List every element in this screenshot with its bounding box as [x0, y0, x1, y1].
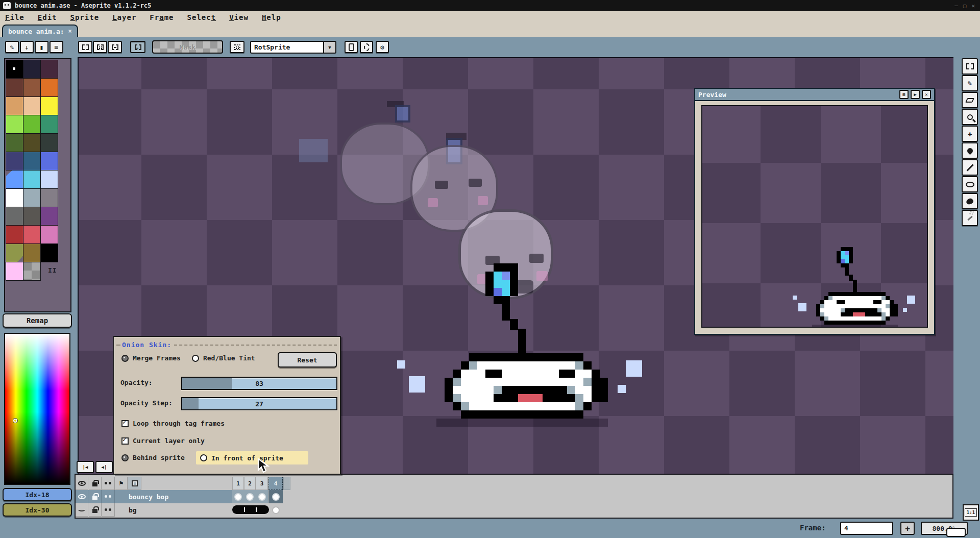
settings-option-button[interactable]: ⚙	[376, 41, 389, 53]
color-spectrum-picker[interactable]	[4, 333, 70, 485]
palette-swatch[interactable]	[23, 244, 40, 262]
palette-swatch[interactable]	[23, 97, 40, 115]
current-layer-only-checkbox[interactable]: ✓	[121, 437, 129, 445]
preview-play-icon[interactable]: ▶	[911, 90, 920, 99]
spray-tool[interactable]	[962, 210, 978, 226]
layer-name-bg[interactable]: bg	[129, 503, 137, 517]
tags-header-button[interactable]: ⚑	[115, 477, 128, 490]
palette-swatch[interactable]	[6, 79, 23, 96]
menu-layer[interactable]: Layer	[112, 13, 136, 21]
layer-row-bg[interactable]: bg	[76, 503, 952, 517]
palette-swatch[interactable]	[23, 134, 40, 152]
opacity-step-slider[interactable]: 27	[181, 397, 337, 410]
merge-frames-radio[interactable]	[121, 355, 129, 362]
paint-bucket-tool[interactable]	[962, 142, 978, 159]
toggle-continuous-column[interactable]	[102, 477, 115, 490]
selection-add-button[interactable]	[93, 41, 107, 53]
palette-resize-mark[interactable]: II	[48, 266, 57, 274]
tab-bounce-anim[interactable]: bounce anim.a: ×	[2, 25, 78, 37]
palette-swatch[interactable]	[23, 207, 40, 225]
preview-center-icon[interactable]: ⊞	[899, 90, 909, 99]
zoom-1-1-button[interactable]: 1:1	[963, 504, 979, 521]
red-blue-tint-radio[interactable]	[192, 355, 199, 362]
rect-option-button[interactable]	[345, 41, 358, 53]
line-tool[interactable]	[962, 159, 978, 176]
palette-swatch[interactable]	[6, 189, 23, 207]
contour-tool[interactable]	[962, 193, 978, 209]
palette-swatch[interactable]	[6, 262, 23, 280]
bouncy-bop-lock-toggle[interactable]	[89, 490, 102, 503]
prev-frame-button[interactable]: ◀|	[95, 461, 113, 473]
pencil-tool[interactable]: ✎	[962, 75, 978, 91]
palette-swatch[interactable]	[6, 115, 23, 133]
behind-sprite-radio[interactable]	[121, 454, 129, 461]
frame-header-4-selected[interactable]: 4	[268, 477, 283, 490]
cel-bouncy-bop-1[interactable]	[232, 490, 244, 503]
palette-swatch[interactable]	[41, 189, 58, 207]
preview-title-bar[interactable]: Preview ⊞ ▶ ✕	[694, 88, 935, 101]
onion-skin-dialog[interactable]: Onion Skin: Merge Frames Red/Blue Tint R…	[113, 336, 341, 475]
palette-swatch[interactable]	[23, 226, 40, 243]
grid-button[interactable]	[230, 41, 244, 53]
rotation-algorithm-dropdown[interactable]: RotSprite ▼	[250, 41, 336, 54]
drop-button[interactable]: ↓	[20, 41, 34, 53]
reset-button[interactable]: Reset	[278, 352, 337, 368]
menu-sprite[interactable]: Sprite	[70, 13, 100, 21]
timeline-scroll-box[interactable]	[946, 528, 966, 537]
background-index-button[interactable]: Idx-30	[3, 503, 72, 517]
palette-swatch[interactable]	[23, 115, 40, 133]
palette-swatch[interactable]	[23, 60, 40, 78]
remap-button[interactable]: Remap	[3, 313, 72, 328]
go-first-frame-button[interactable]: |◀	[77, 461, 94, 473]
layer-row-bouncy-bop[interactable]: bouncy bop	[76, 490, 952, 503]
cel-bouncy-bop-3[interactable]	[256, 490, 268, 503]
layers-header-button[interactable]	[128, 477, 141, 490]
bouncy-bop-visibility-toggle[interactable]	[76, 490, 88, 503]
palette-swatch[interactable]	[6, 134, 23, 152]
palette-swatch[interactable]	[6, 97, 23, 115]
preview-close-icon[interactable]: ✕	[922, 90, 931, 99]
palette-swatch[interactable]	[23, 189, 40, 207]
palette-swatch[interactable]	[41, 60, 58, 78]
opacity-slider[interactable]: 83	[181, 377, 337, 390]
in-front-of-sprite-radio[interactable]	[200, 454, 207, 461]
palette-swatch[interactable]	[6, 226, 23, 243]
palette-swatch[interactable]	[23, 170, 40, 188]
move-tool[interactable]: ✚	[962, 126, 978, 142]
ellipse-option-button[interactable]	[360, 41, 373, 53]
palette-swatch[interactable]	[41, 134, 58, 152]
tab-close-icon[interactable]: ×	[68, 28, 72, 35]
palette-swatch[interactable]	[41, 244, 58, 262]
zoom-tool[interactable]	[962, 109, 978, 125]
toggle-lock-column[interactable]	[89, 477, 102, 490]
bg-visibility-toggle[interactable]	[76, 503, 88, 517]
preview-window[interactable]: Preview ⊞ ▶ ✕	[694, 88, 935, 335]
bouncy-bop-continuous-toggle[interactable]	[102, 490, 115, 503]
menu-edit[interactable]: Edit	[38, 13, 57, 21]
frame-header-next-partial[interactable]	[283, 477, 290, 490]
menu-help[interactable]: Help	[262, 13, 281, 21]
selection-subtract-button[interactable]	[108, 41, 122, 53]
cel-bouncy-bop-4-selected[interactable]	[268, 490, 283, 503]
frame-header-1[interactable]: 1	[232, 477, 244, 490]
pencil-mode-button[interactable]: ✎	[5, 41, 19, 53]
frame-header-2[interactable]: 2	[244, 477, 256, 490]
menu-view[interactable]: View	[229, 13, 249, 21]
selection-magic-button[interactable]: ✳	[130, 41, 145, 53]
palette-swatch[interactable]	[6, 170, 23, 188]
palette-swatch[interactable]	[23, 79, 40, 96]
options-button[interactable]: ≡	[50, 41, 63, 53]
chevron-down-icon[interactable]: ▼	[323, 42, 335, 53]
minimize-icon[interactable]: ─	[954, 3, 958, 9]
palette-swatch[interactable]	[6, 244, 23, 262]
palette-swatch[interactable]	[41, 170, 58, 188]
palette-swatch[interactable]	[41, 115, 58, 133]
palette-swatch[interactable]	[41, 79, 58, 96]
frame-header-3[interactable]: 3	[256, 477, 268, 490]
palette-swatch[interactable]	[41, 207, 58, 225]
loop-tag-frames-checkbox[interactable]: ✓	[121, 420, 129, 427]
foreground-index-button[interactable]: Idx-18	[3, 488, 72, 501]
menu-file[interactable]: File	[5, 13, 24, 21]
close-icon[interactable]: ✕	[971, 3, 975, 9]
ellipse-tool[interactable]	[962, 176, 978, 192]
